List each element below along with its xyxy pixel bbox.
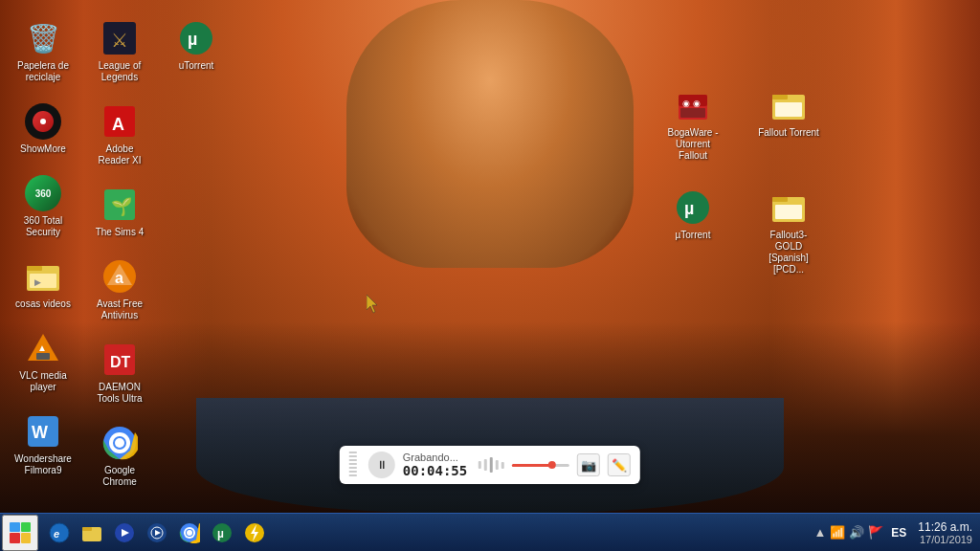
svg-text:DT: DT xyxy=(110,354,131,370)
win-sq-3 xyxy=(10,533,20,543)
tray-expand-icon[interactable]: ▲ xyxy=(813,525,826,540)
start-button[interactable] xyxy=(2,515,38,551)
svg-text:µ: µ xyxy=(217,527,224,540)
right-icons-row-2: µ µTorrent Fallout3-GOLD [Spanish][PCD..… xyxy=(655,179,827,285)
vol-bar-5 xyxy=(501,462,504,469)
svg-text:🌱: 🌱 xyxy=(111,196,133,217)
svg-rect-36 xyxy=(772,197,788,202)
tray-datetime[interactable]: 11:26 a.m. 17/01/2019 xyxy=(918,520,972,545)
recording-bar: ⏸ Grabando... 00:04:55 📷 ✏️ xyxy=(340,446,640,484)
recording-slider[interactable] xyxy=(512,464,569,467)
utorrent-left-icon: µ xyxy=(177,19,215,57)
desktop-icon-vlc[interactable]: ▲ VLC media player xyxy=(9,325,78,397)
avast-icon: a xyxy=(100,257,139,296)
desktop-icon-league[interactable]: ⚔ League of Legends xyxy=(85,15,154,87)
avast-label: Avast Free Antivirus xyxy=(89,298,150,321)
recycle-label: Papelera de reciclaje xyxy=(12,60,74,83)
tray-flag-icon[interactable]: 🚩 xyxy=(868,525,883,540)
recording-time: 00:04:55 xyxy=(403,463,467,478)
desktop-icon-fallout-gold[interactable]: Fallout3-GOLD [Spanish][PCD... xyxy=(754,185,823,279)
tray-volume-icon[interactable]: 🔊 xyxy=(849,525,864,540)
vlc-icon: ▲ xyxy=(24,329,62,367)
desktop-icon-bogaware[interactable]: ◉ ◉ BogaWare - Utorrent Fallout xyxy=(658,82,727,165)
bogaware-icon: ◉ ◉ xyxy=(674,86,712,124)
taskbar-ie[interactable]: e xyxy=(44,518,75,548)
svg-text:µ: µ xyxy=(188,30,197,49)
win-sq-4 xyxy=(21,533,32,543)
svg-text:e: e xyxy=(54,528,59,540)
svg-text:A: A xyxy=(112,115,124,134)
desktop-icon-wondershare[interactable]: W Wondershare Filmora9 xyxy=(9,408,78,480)
fallout-gold-icon xyxy=(769,188,808,227)
recording-drag-handle[interactable] xyxy=(349,452,357,478)
desktop-icons-area: 🗑️ Papelera de reciclaje ShowMore 360 36… xyxy=(0,0,239,509)
wondershare-icon: W xyxy=(24,412,62,451)
desktop-icon-showmore[interactable]: ShowMore xyxy=(9,99,78,159)
fallout-gold-label: Fallout3-GOLD [Spanish][PCD... xyxy=(758,230,819,276)
recording-pause-button[interactable]: ⏸ xyxy=(368,452,395,478)
system-tray: ▲ 📶 🔊 🚩 ES 11:26 a.m. 17/01/2019 xyxy=(806,514,980,551)
vol-bar-4 xyxy=(496,460,499,470)
taskbar-media[interactable] xyxy=(109,518,140,548)
svg-rect-41 xyxy=(82,527,92,531)
league-label: League of Legends xyxy=(89,60,150,83)
svg-text:a: a xyxy=(115,270,123,286)
showmore-icon xyxy=(24,102,62,141)
recording-camera-button[interactable]: 📷 xyxy=(577,453,600,476)
desktop-icon-sims4[interactable]: 🌱 The Sims 4 xyxy=(85,182,154,242)
taskbar: e xyxy=(0,513,980,551)
utorrent-left-label: uTorrent xyxy=(179,60,214,72)
sims4-label: The Sims 4 xyxy=(96,227,145,238)
tray-language[interactable]: ES xyxy=(891,526,906,540)
taskbar-chrome[interactable] xyxy=(174,518,205,548)
recording-info: Grabando... 00:04:55 xyxy=(403,452,467,478)
recycle-icon: 🗑️ xyxy=(24,19,62,57)
daemon-icon: DT xyxy=(100,341,139,379)
utorrent-right-label: µTorrent xyxy=(676,230,711,241)
taskbar-wmp[interactable] xyxy=(142,518,172,548)
recording-volume-indicator xyxy=(479,457,504,473)
win-sq-2 xyxy=(21,522,32,533)
tray-date: 17/01/2019 xyxy=(918,534,972,545)
showmore-label: ShowMore xyxy=(20,143,66,155)
win-sq-1 xyxy=(10,522,20,533)
recording-progress-dot xyxy=(548,461,556,469)
desktop-icon-avast[interactable]: a Avast Free Antivirus xyxy=(85,253,154,325)
svg-text:⚔: ⚔ xyxy=(111,30,128,51)
desktop-icon-fallout-torrent[interactable]: Fallout Torrent xyxy=(754,82,823,165)
vlc-label: VLC media player xyxy=(12,370,74,393)
tray-network-icon[interactable]: 📶 xyxy=(830,525,845,540)
desktop-icon-recycle[interactable]: 🗑️ Papelera de reciclaje xyxy=(9,15,78,87)
vol-bar-2 xyxy=(484,459,487,471)
tray-icons: ▲ 📶 🔊 🚩 xyxy=(813,525,883,540)
svg-point-50 xyxy=(187,530,192,536)
desktop-icon-adobe[interactable]: A Adobe Reader XI xyxy=(85,99,154,170)
utorrent-right-icon: µ xyxy=(674,188,712,227)
svg-text:µ: µ xyxy=(684,199,694,218)
taskbar-utorrent[interactable]: µ xyxy=(207,518,237,548)
svg-rect-32 xyxy=(775,102,802,117)
tray-clock: 11:26 a.m. xyxy=(918,520,972,534)
svg-text:W: W xyxy=(32,423,48,442)
desktop-icon-360[interactable]: 360 360 Total Security xyxy=(9,170,78,242)
taskbar-thunder[interactable] xyxy=(239,518,270,548)
recording-pen-button[interactable]: ✏️ xyxy=(608,453,631,476)
desktop-icon-daemon[interactable]: DT DAEMON Tools Ultra xyxy=(85,337,154,408)
sims4-icon: 🌱 xyxy=(100,186,139,224)
fallout-torrent-icon xyxy=(769,86,808,124)
svg-rect-37 xyxy=(775,205,802,219)
svg-rect-29 xyxy=(680,108,705,118)
cosas-label: cosas videos xyxy=(15,298,71,310)
svg-rect-31 xyxy=(772,95,788,99)
desktop-icon-utorrent-right[interactable]: µ µTorrent xyxy=(658,185,727,279)
daemon-label: DAEMON Tools Ultra xyxy=(89,382,150,405)
svg-text:◉ ◉: ◉ ◉ xyxy=(682,99,701,108)
svg-rect-1 xyxy=(27,266,42,271)
adobe-icon: A xyxy=(100,102,139,141)
taskbar-explorer[interactable] xyxy=(77,518,107,548)
desktop-icon-cosas[interactable]: ▶ cosas videos xyxy=(9,253,78,314)
desktop-icon-utorrent-left[interactable]: µ uTorrent xyxy=(162,15,231,76)
desktop-icon-chrome[interactable]: Google Chrome xyxy=(85,420,154,492)
taskbar-items: e xyxy=(40,518,806,548)
fallout-torrent-label: Fallout Torrent xyxy=(758,127,819,139)
